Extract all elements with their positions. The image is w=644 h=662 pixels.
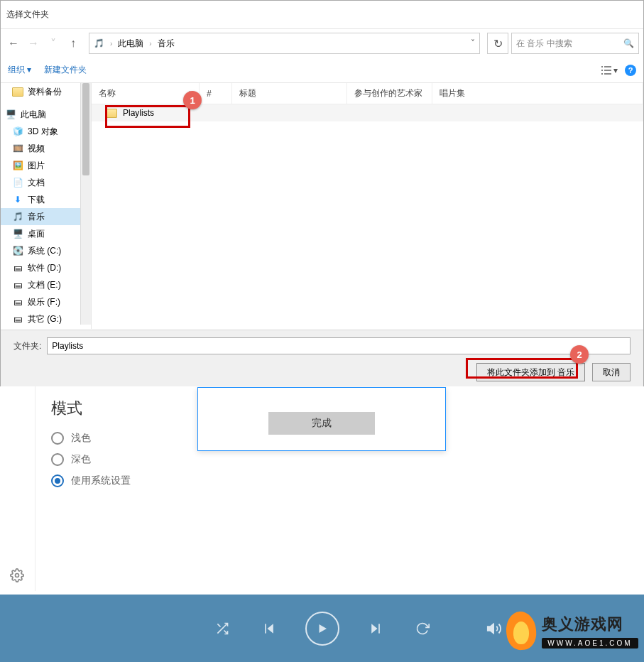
- watermark-url: WWW.AOE1.COM: [542, 638, 638, 649]
- tree-desktop[interactable]: 🖥️桌面: [1, 225, 91, 242]
- svg-rect-8: [378, 624, 380, 633]
- prev-icon[interactable]: [258, 618, 280, 639]
- tree-drive-c[interactable]: 💽系统 (C:): [1, 242, 91, 259]
- drive-icon: 🖴: [12, 296, 23, 308]
- new-folder-button[interactable]: 新建文件夹: [44, 64, 87, 76]
- svg-marker-7: [371, 624, 377, 633]
- svg-marker-6: [319, 624, 327, 633]
- mode-title: 模式: [51, 398, 207, 419]
- col-album[interactable]: 唱片集: [432, 83, 643, 104]
- folder-tree[interactable]: 资料备份 🖥️此电脑 🧊3D 对象 🎞️视频 🖼️图片 📄文档 ⬇下载 🎵音乐 …: [1, 83, 92, 329]
- tree-drive-f[interactable]: 🖴娱乐 (F:): [1, 293, 91, 310]
- next-icon[interactable]: [365, 618, 386, 639]
- radio-light[interactable]: 浅色: [51, 432, 207, 445]
- play-button[interactable]: [305, 612, 339, 646]
- radio-system-label: 使用系统设置: [71, 474, 131, 487]
- toolbar: 组织 ▾ 新建文件夹 ▾ ?: [1, 58, 643, 83]
- tree-pictures[interactable]: 🖼️图片: [1, 157, 91, 174]
- film-icon: 🎞️: [12, 143, 23, 154]
- back-icon[interactable]: ←: [5, 35, 22, 52]
- file-list-pane: 名称˄ # 标题 参与创作的艺术家 唱片集 Playlists: [92, 83, 643, 329]
- dialog-title: 选择文件夹: [1, 1, 643, 29]
- watermark-cn: 奥义游戏网: [542, 614, 638, 635]
- tree-video[interactable]: 🎞️视频: [1, 140, 91, 157]
- drive-icon: 💽: [12, 245, 23, 256]
- tree-drive-g[interactable]: 🖴其它 (G:): [1, 310, 91, 327]
- col-num[interactable]: #: [200, 83, 232, 104]
- repeat-icon[interactable]: [412, 618, 433, 639]
- column-headers[interactable]: 名称˄ # 标题 参与创作的艺术家 唱片集: [92, 83, 643, 104]
- navbar: ← → ˅ ↑ 🎵 › 此电脑 › 音乐 ˅ ↻ 在 音乐 中搜索 🔍: [1, 29, 643, 58]
- folder-icon: [106, 109, 117, 118]
- up-icon[interactable]: ↑: [65, 35, 82, 52]
- drive-icon: 🖴: [12, 279, 23, 291]
- tree-docs[interactable]: 📄文档: [1, 174, 91, 191]
- col-title[interactable]: 标题: [232, 83, 347, 104]
- bg-modal: 完成: [197, 387, 446, 451]
- folder-label: 文件夹:: [13, 340, 41, 352]
- app-left-sidebar: [0, 384, 36, 591]
- svg-point-0: [16, 574, 19, 577]
- radio-light-label: 浅色: [71, 432, 91, 445]
- forward-icon: →: [25, 35, 42, 52]
- col-artist[interactable]: 参与创作的艺术家: [347, 83, 432, 104]
- folder-icon: [12, 86, 23, 97]
- done-button[interactable]: 完成: [268, 412, 375, 435]
- svg-line-3: [217, 624, 220, 626]
- drive-icon: 🖴: [12, 262, 23, 273]
- doc-icon: 📄: [12, 177, 23, 188]
- dialog-footer: 文件夹: Playlists 将此文件夹添加到 音乐 取消: [1, 330, 643, 386]
- tree-3d[interactable]: 🧊3D 对象: [1, 123, 91, 140]
- image-icon: 🖼️: [12, 160, 23, 171]
- radio-dark-label: 深色: [71, 453, 91, 466]
- radio-dark[interactable]: 深色: [51, 453, 207, 466]
- svg-rect-5: [265, 624, 266, 633]
- view-mode-button[interactable]: ▾: [601, 65, 618, 75]
- monitor-icon: 🖥️: [5, 109, 16, 120]
- folder-name-input[interactable]: Playlists: [47, 337, 631, 354]
- tree-drive-e[interactable]: 🖴文档 (E:): [1, 276, 91, 293]
- address-bar[interactable]: 🎵 › 此电脑 › 音乐 ˅: [89, 33, 480, 54]
- svg-marker-9: [488, 624, 493, 633]
- search-input[interactable]: 在 音乐 中搜索 🔍: [511, 33, 639, 54]
- desktop-icon: 🖥️: [12, 228, 23, 239]
- cube-icon: 🧊: [12, 126, 23, 137]
- organize-button[interactable]: 组织 ▾: [8, 64, 31, 76]
- add-folder-button[interactable]: 将此文件夹添加到 音乐: [476, 363, 585, 381]
- volume-icon[interactable]: [486, 621, 502, 636]
- tree-downloads[interactable]: ⬇下载: [1, 191, 91, 208]
- watermark: 奥义游戏网 WWW.AOE1.COM: [503, 605, 638, 656]
- flame-icon: [503, 610, 539, 651]
- chevron-down-icon[interactable]: ˅: [471, 38, 475, 48]
- search-icon: 🔍: [623, 38, 634, 48]
- recent-dropdown-icon[interactable]: ˅: [45, 35, 62, 52]
- gear-icon[interactable]: [10, 568, 24, 582]
- breadcrumb-music[interactable]: 音乐: [158, 38, 175, 50]
- music-note-icon: 🎵: [94, 38, 104, 48]
- tree-scrollbar[interactable]: [80, 83, 91, 325]
- search-placeholder: 在 音乐 中搜索: [516, 38, 572, 50]
- file-name: Playlists: [123, 108, 154, 118]
- badge-1: 1: [183, 91, 202, 109]
- breadcrumb-pc[interactable]: 此电脑: [118, 38, 143, 50]
- tree-pc[interactable]: 🖥️此电脑: [1, 106, 91, 123]
- badge-2: 2: [570, 345, 589, 364]
- drive-icon: 🖴: [12, 313, 23, 325]
- refresh-icon[interactable]: ↻: [487, 33, 508, 54]
- tree-drive-d[interactable]: 🖴软件 (D:): [1, 259, 91, 276]
- radio-system[interactable]: 使用系统设置: [51, 474, 207, 487]
- file-row-playlists[interactable]: Playlists: [92, 104, 643, 121]
- shuffle-icon[interactable]: [212, 618, 233, 639]
- tree-music[interactable]: 🎵音乐: [1, 208, 91, 225]
- cancel-button[interactable]: 取消: [592, 363, 631, 381]
- music-icon: 🎵: [12, 211, 23, 222]
- folder-picker-dialog: 选择文件夹 ← → ˅ ↑ 🎵 › 此电脑 › 音乐 ˅ ↻ 在 音乐 中搜索 …: [0, 0, 644, 386]
- tree-backup[interactable]: 资料备份: [1, 83, 91, 100]
- help-icon[interactable]: ?: [625, 65, 636, 76]
- download-icon: ⬇: [12, 194, 23, 205]
- svg-marker-4: [267, 624, 273, 633]
- mode-panel: 模式 浅色 深色 使用系统设置: [51, 398, 207, 496]
